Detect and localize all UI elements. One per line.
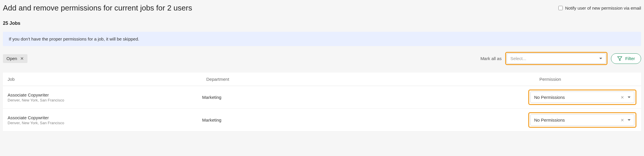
mark-all-placeholder: Select...: [510, 56, 526, 61]
jobs-count: 25 Jobs: [3, 21, 641, 26]
chevron-down-icon: [628, 119, 631, 121]
filter-button-label: Filter: [625, 56, 635, 61]
job-department: Marketing: [202, 95, 221, 100]
header-permission: Permission: [539, 77, 636, 82]
permission-highlight: No Permissions ✕: [528, 112, 636, 128]
permission-value: No Permissions: [534, 95, 565, 100]
table-row: Associate Copywriter Denver, New York, S…: [3, 109, 641, 132]
permission-select[interactable]: No Permissions ✕: [530, 114, 634, 126]
job-department: Marketing: [202, 118, 221, 122]
chevron-down-icon: [599, 58, 602, 59]
job-title: Associate Copywriter: [8, 115, 202, 120]
funnel-icon: [617, 56, 622, 61]
filter-button[interactable]: Filter: [611, 53, 641, 64]
job-location: Denver, New York, San Francisco: [8, 121, 202, 125]
job-location: Denver, New York, San Francisco: [8, 98, 202, 102]
info-banner: If you don't have the proper permissions…: [3, 32, 641, 46]
table-header: Job Department Permission: [3, 73, 641, 86]
header-job: Job: [8, 77, 206, 82]
permission-select[interactable]: No Permissions ✕: [530, 92, 634, 103]
jobs-table: Job Department Permission Associate Copy…: [3, 73, 641, 132]
close-icon[interactable]: ✕: [20, 56, 24, 61]
notify-checkbox[interactable]: [558, 6, 563, 10]
permission-value: No Permissions: [534, 118, 565, 122]
notify-label: Notify user of new permission via email: [565, 6, 641, 10]
table-row: Associate Copywriter Denver, New York, S…: [3, 86, 641, 109]
chevron-down-icon: [628, 97, 631, 98]
notify-checkbox-wrapper[interactable]: Notify user of new permission via email: [558, 6, 641, 10]
clear-icon[interactable]: ✕: [621, 118, 624, 122]
filter-chip-open[interactable]: Open ✕: [3, 54, 27, 63]
filter-chip-label: Open: [6, 56, 17, 61]
mark-all-select[interactable]: Select...: [507, 53, 606, 64]
svg-marker-0: [617, 57, 622, 61]
header-department: Department: [206, 77, 539, 82]
page-title: Add and remove permissions for current j…: [3, 3, 192, 13]
job-title: Associate Copywriter: [8, 92, 202, 97]
mark-all-label: Mark all as: [480, 56, 502, 61]
mark-all-highlight: Select...: [505, 52, 607, 65]
clear-icon[interactable]: ✕: [621, 95, 624, 100]
permission-highlight: No Permissions ✕: [528, 90, 636, 105]
